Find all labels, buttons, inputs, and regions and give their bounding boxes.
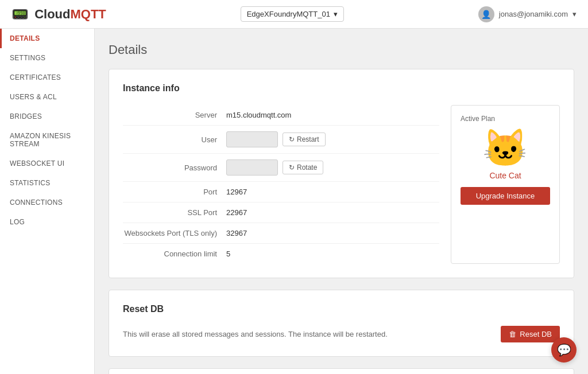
sidebar-item-websocket-ui[interactable]: WEBSOCKET UI — [0, 154, 94, 173]
password-row: Password ↻ Rotate — [123, 154, 439, 182]
port-row: Port 12967 — [123, 182, 439, 202]
user-menu[interactable]: 👤 jonas@jonamiki.com ▾ — [478, 6, 577, 22]
password-label: Password — [123, 163, 226, 172]
sidebar: DETAILS SETTINGS CERTIFICATES USERS & AC… — [0, 29, 95, 374]
ssl-port-value: 22967 — [226, 208, 247, 217]
password-masked-field — [226, 159, 278, 176]
content-area: Details Instance info Server m15.cloudmq… — [95, 29, 588, 374]
reset-db-button[interactable]: 🗑 Reset DB — [501, 326, 560, 342]
restart-label: Restart — [297, 135, 319, 143]
header-center: EdgeXFoundryMQTT_01 ▾ — [241, 6, 344, 22]
active-plan-label: Active Plan — [461, 115, 550, 123]
logo-icon: 📟 — [11, 6, 29, 22]
connection-limit-value: 5 — [226, 250, 230, 258]
user-masked-field — [226, 131, 278, 147]
sidebar-item-connections[interactable]: CONNECTIONS — [0, 193, 94, 212]
api-card: API API Key 5b57fb16-d596-44c5-98cb-0ba5… — [109, 368, 574, 374]
main-layout: DETAILS SETTINGS CERTIFICATES USERS & AC… — [0, 29, 588, 374]
app-header: 📟 CloudMQTT EdgeXFoundryMQTT_01 ▾ 👤 jona… — [0, 0, 588, 29]
reset-db-description: This will erase all stored messages and … — [123, 330, 388, 338]
user-dropdown-icon: ▾ — [572, 10, 577, 18]
sidebar-item-details[interactable]: DETAILS — [0, 29, 94, 48]
sidebar-item-amazon-kinesis[interactable]: AMAZON KINESIS STREAM — [0, 126, 94, 154]
instance-dropdown[interactable]: EdgeXFoundryMQTT_01 ▾ — [241, 6, 344, 22]
sidebar-item-settings[interactable]: SETTINGS — [0, 48, 94, 68]
server-row: Server m15.cloudmqtt.com — [123, 105, 439, 126]
ssl-port-label: SSL Port — [123, 208, 226, 217]
trash-icon: 🗑 — [509, 330, 516, 338]
chat-button[interactable]: 💬 — [551, 337, 577, 363]
rotate-button[interactable]: ↻ Rotate — [283, 161, 323, 174]
server-label: Server — [123, 111, 226, 119]
rotate-icon: ↻ — [289, 163, 295, 172]
cat-mascot-icon: 🐱 — [461, 130, 550, 166]
connection-limit-row: Connection limit 5 — [123, 244, 439, 264]
ssl-port-row: SSL Port 22967 — [123, 202, 439, 223]
ws-port-label: Websockets Port (TLS only) — [123, 229, 226, 237]
reset-db-card: Reset DB This will erase all stored mess… — [109, 290, 574, 357]
reset-db-button-label: Reset DB — [520, 330, 552, 338]
sidebar-item-bridges[interactable]: BRIDGES — [0, 107, 94, 126]
logo: 📟 CloudMQTT — [11, 6, 106, 22]
user-email: jonas@jonamiki.com — [499, 10, 568, 18]
sidebar-item-certificates[interactable]: CERTIFICATES — [0, 68, 94, 87]
restart-button[interactable]: ↻ Restart — [283, 133, 326, 146]
port-label: Port — [123, 188, 226, 196]
info-fields: Server m15.cloudmqtt.com User ↻ Restart — [123, 105, 439, 264]
page-title: Details — [109, 42, 574, 57]
ws-port-row: Websockets Port (TLS only) 32967 — [123, 223, 439, 244]
password-input-group: ↻ Rotate — [226, 159, 323, 176]
rotate-label: Rotate — [297, 163, 317, 172]
instance-info-body: Server m15.cloudmqtt.com User ↻ Restart — [123, 105, 560, 264]
sidebar-item-users-acl[interactable]: USERS & ACL — [0, 87, 94, 107]
instance-name: EdgeXFoundryMQTT_01 — [247, 10, 330, 18]
server-value: m15.cloudmqtt.com — [226, 111, 291, 119]
ws-port-value: 32967 — [226, 229, 247, 237]
user-input-group: ↻ Restart — [226, 131, 326, 147]
restart-icon: ↻ — [289, 135, 295, 143]
chat-icon: 💬 — [557, 343, 571, 357]
active-plan-panel: Active Plan 🐱 Cute Cat Upgrade Instance — [451, 105, 560, 264]
dropdown-arrow-icon: ▾ — [334, 10, 338, 18]
port-value: 12967 — [226, 188, 247, 196]
plan-name: Cute Cat — [461, 171, 550, 180]
avatar: 👤 — [478, 6, 494, 22]
logo-text: CloudMQTT — [31, 7, 106, 22]
instance-info-card: Instance info Server m15.cloudmqtt.com U… — [109, 69, 574, 278]
sidebar-item-statistics[interactable]: STATISTICS — [0, 173, 94, 193]
user-field-label: User — [123, 135, 226, 144]
upgrade-instance-button[interactable]: Upgrade Instance — [461, 187, 550, 205]
connection-limit-label: Connection limit — [123, 250, 226, 258]
reset-db-body: This will erase all stored messages and … — [123, 326, 560, 342]
sidebar-item-log[interactable]: LOG — [0, 212, 94, 232]
instance-info-title: Instance info — [123, 83, 560, 94]
reset-db-title: Reset DB — [123, 304, 560, 314]
user-row: User ↻ Restart — [123, 126, 439, 154]
